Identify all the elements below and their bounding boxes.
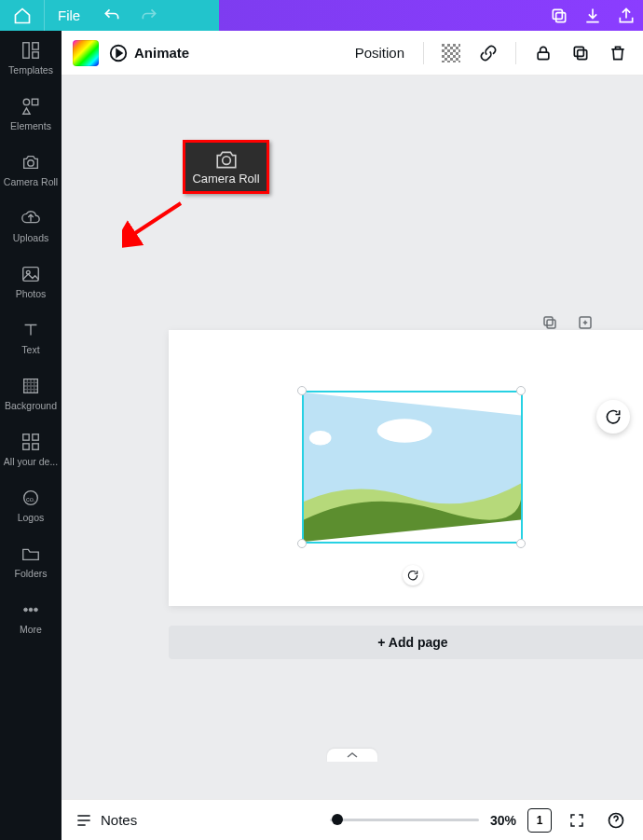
folder-icon (21, 544, 41, 564)
zoom-slider[interactable] (330, 819, 479, 821)
transparency-icon (442, 44, 460, 62)
sidebar-item-elements[interactable]: Elements (0, 87, 62, 143)
rotate-handle[interactable] (403, 565, 423, 585)
selected-image[interactable] (302, 391, 523, 544)
zoom-value[interactable]: 30% (490, 813, 516, 828)
share-button[interactable] (609, 0, 643, 31)
sidebar-item-label: Logos (18, 512, 45, 523)
reset-icon (604, 407, 622, 426)
svg-rect-3 (33, 43, 38, 49)
sidebar-item-label: Templates (8, 64, 53, 76)
svg-rect-0 (556, 12, 566, 21)
sidebar-item-label: Text (21, 344, 39, 355)
sidebar-item-uploads[interactable]: Uploads (0, 199, 62, 255)
color-swatch-button[interactable] (73, 40, 99, 66)
trash-icon (609, 44, 627, 62)
more-icon (21, 599, 41, 620)
sidebar-item-camera-roll[interactable]: Camera Roll (0, 143, 62, 199)
download-button[interactable] (576, 0, 609, 31)
svg-point-33 (377, 419, 432, 442)
svg-rect-29 (547, 320, 555, 328)
home-icon (13, 7, 32, 25)
position-label: Position (355, 45, 404, 61)
elements-icon (21, 96, 41, 117)
svg-rect-2 (23, 43, 29, 59)
position-button[interactable]: Position (349, 45, 410, 61)
duplicate-icon (541, 314, 558, 331)
svg-point-18 (29, 608, 33, 612)
top-bar: File (0, 0, 643, 31)
sidebar-item-templates[interactable]: Templates (0, 31, 62, 87)
sidebar-item-folders[interactable]: Folders (0, 534, 62, 590)
canvas-viewport[interactable]: Camera Roll (62, 76, 643, 799)
bottom-bar: Notes 30% 1 (62, 799, 643, 840)
undo-button[interactable] (93, 0, 130, 31)
pages-panel-handle[interactable] (327, 749, 377, 762)
delete-button[interactable] (604, 39, 632, 67)
add-page-icon (577, 314, 594, 331)
svg-rect-11 (23, 434, 29, 440)
templates-icon (21, 40, 41, 61)
lock-button[interactable] (529, 39, 557, 67)
copy-design-button[interactable] (542, 0, 576, 31)
add-page-label: + Add page (377, 635, 447, 650)
duplicate-icon (571, 44, 590, 62)
svg-rect-8 (23, 268, 39, 282)
duplicate-button[interactable] (567, 39, 595, 67)
sidebar-item-logos[interactable]: co. Logos (0, 478, 62, 534)
sidebar-item-all-your-designs[interactable]: All your de... (0, 422, 62, 478)
rotate-icon (406, 569, 419, 582)
svg-text:co.: co. (26, 495, 35, 503)
zoom-track (330, 819, 479, 821)
notes-icon (75, 811, 93, 830)
svg-rect-6 (32, 99, 37, 104)
home-button[interactable] (0, 0, 45, 31)
divider (423, 42, 424, 64)
placeholder-image-icon (304, 392, 521, 542)
fullscreen-button[interactable] (563, 806, 591, 834)
camera-icon (214, 149, 239, 170)
sidebar-item-photos[interactable]: Photos (0, 255, 62, 310)
copy-icon (550, 7, 568, 25)
svg-rect-23 (442, 44, 460, 62)
svg-point-34 (309, 431, 332, 446)
svg-point-27 (222, 156, 230, 164)
sidebar-item-label: Background (5, 400, 57, 411)
camera-roll-callout-label: Camera Roll (192, 172, 259, 186)
grid-icon (21, 432, 41, 452)
help-button[interactable] (602, 806, 630, 834)
sidebar-item-text[interactable]: Text (0, 310, 62, 366)
svg-rect-14 (33, 444, 38, 449)
sidebar-item-more[interactable]: More (0, 590, 62, 646)
logo-icon: co. (21, 488, 41, 508)
sidebar-item-label: More (20, 624, 42, 635)
sidebar-item-label: All your de... (4, 456, 58, 467)
file-label: File (58, 7, 80, 23)
reset-view-button[interactable] (596, 400, 630, 434)
link-button[interactable] (474, 39, 502, 67)
add-page-button[interactable]: + Add page (169, 626, 643, 659)
transparency-button[interactable] (437, 39, 465, 67)
chevron-up-icon (347, 751, 358, 759)
resize-handle-top-right[interactable] (516, 386, 526, 395)
redo-button[interactable] (130, 0, 168, 31)
notes-button[interactable]: Notes (75, 811, 137, 830)
svg-point-19 (34, 608, 38, 612)
svg-rect-4 (33, 52, 38, 58)
sidebar-item-label: Camera Roll (4, 176, 58, 187)
zoom-knob[interactable] (332, 814, 343, 825)
svg-rect-12 (33, 434, 38, 440)
resize-handle-bottom-right[interactable] (516, 539, 526, 548)
page-count-button[interactable]: 1 (527, 808, 552, 833)
sidebar-item-background[interactable]: Background (0, 366, 62, 422)
context-toolbar: Animate Position (62, 31, 643, 76)
resize-handle-top-left[interactable] (297, 386, 307, 395)
file-menu-button[interactable]: File (45, 0, 93, 31)
lock-icon (534, 44, 553, 62)
text-icon (21, 320, 41, 340)
animate-button[interactable]: Animate (108, 43, 189, 63)
svg-point-17 (24, 608, 28, 612)
svg-rect-1 (553, 9, 562, 19)
resize-handle-bottom-left[interactable] (297, 539, 307, 548)
divider (515, 42, 516, 64)
